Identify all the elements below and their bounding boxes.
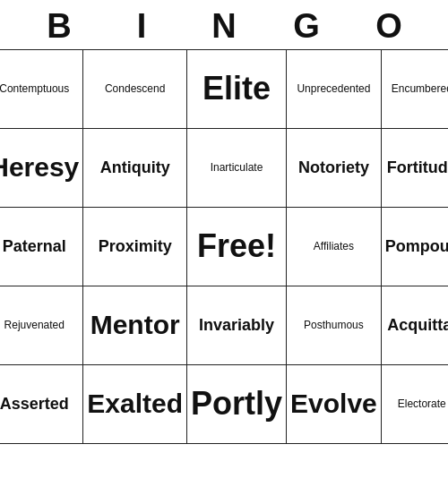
cell-text-0-4: Encumbered bbox=[392, 82, 448, 95]
grid-cell-4-0: Asserted bbox=[0, 364, 83, 443]
grid-cell-1-0: Heresy bbox=[0, 128, 83, 207]
grid-row-3: RejuvenatedMentorInvariablyPosthumousAcq… bbox=[0, 286, 448, 364]
cell-text-2-0: Paternal bbox=[3, 237, 66, 255]
bingo-grid: ContemptuousCondescendEliteUnprecedented… bbox=[0, 49, 448, 444]
grid-row-4: AssertedExaltedPortlyEvolveElectorate bbox=[0, 364, 448, 443]
bingo-header: BINGO bbox=[18, 0, 430, 49]
cell-text-1-4: Fortitude bbox=[387, 158, 448, 176]
cell-text-3-0: Rejuvenated bbox=[4, 319, 65, 331]
cell-text-3-4: Acquittal bbox=[387, 316, 448, 334]
grid-cell-3-3: Posthumous bbox=[287, 286, 382, 364]
cell-text-4-3: Evolve bbox=[290, 389, 377, 418]
header-letter-n: N bbox=[185, 7, 263, 46]
cell-text-0-2: Elite bbox=[202, 70, 271, 107]
grid-cell-4-2: Portly bbox=[187, 364, 287, 443]
cell-text-2-1: Proximity bbox=[99, 237, 172, 255]
header-letter-i: I bbox=[102, 7, 181, 46]
cell-text-2-4: Pompous bbox=[385, 237, 448, 255]
header-letter-g: G bbox=[267, 7, 346, 46]
cell-text-4-1: Exalted bbox=[87, 389, 183, 418]
grid-cell-0-2: Elite bbox=[187, 49, 287, 128]
grid-cell-2-2: Free! bbox=[187, 207, 287, 286]
cell-text-2-3: Affiliates bbox=[314, 240, 354, 252]
cell-text-2-2: Free! bbox=[197, 227, 276, 264]
grid-cell-1-3: Notoriety bbox=[287, 128, 382, 207]
grid-cell-1-1: Antiquity bbox=[83, 128, 187, 207]
grid-cell-2-1: Proximity bbox=[83, 207, 187, 286]
header-letter-b: B bbox=[20, 7, 99, 46]
grid-cell-4-4: Electorate bbox=[381, 364, 448, 443]
grid-cell-0-0: Contemptuous bbox=[0, 49, 83, 128]
cell-text-0-3: Unprecedented bbox=[297, 82, 370, 95]
grid-cell-3-1: Mentor bbox=[83, 286, 187, 364]
grid-cell-1-2: Inarticulate bbox=[187, 128, 287, 207]
grid-cell-1-4: Fortitude bbox=[381, 128, 448, 207]
cell-text-3-1: Mentor bbox=[90, 310, 180, 339]
grid-cell-0-3: Unprecedented bbox=[287, 49, 382, 128]
grid-cell-0-1: Condescend bbox=[83, 49, 187, 128]
cell-text-1-0: Heresy bbox=[0, 152, 79, 182]
grid-row-0: ContemptuousCondescendEliteUnprecedented… bbox=[0, 49, 448, 128]
cell-text-1-1: Antiquity bbox=[100, 158, 170, 176]
grid-cell-3-0: Rejuvenated bbox=[0, 286, 83, 364]
grid-cell-4-1: Exalted bbox=[83, 364, 187, 443]
cell-text-4-0: Asserted bbox=[0, 395, 69, 413]
cell-text-1-3: Notoriety bbox=[298, 158, 369, 176]
grid-cell-2-0: Paternal bbox=[0, 207, 83, 286]
grid-cell-2-3: Affiliates bbox=[287, 207, 382, 286]
grid-cell-3-4: Acquittal bbox=[381, 286, 448, 364]
cell-text-3-2: Invariably bbox=[199, 316, 274, 334]
cell-text-4-4: Electorate bbox=[398, 397, 446, 410]
grid-cell-0-4: Encumbered bbox=[381, 49, 448, 128]
grid-cell-4-3: Evolve bbox=[287, 364, 382, 443]
grid-row-1: HeresyAntiquityInarticulateNotorietyFort… bbox=[0, 128, 448, 207]
cell-text-4-2: Portly bbox=[191, 385, 282, 422]
grid-row-2: PaternalProximityFree!AffiliatesPompous bbox=[0, 207, 448, 286]
grid-cell-3-2: Invariably bbox=[187, 286, 287, 364]
cell-text-0-0: Contemptuous bbox=[0, 82, 69, 95]
cell-text-0-1: Condescend bbox=[105, 82, 165, 95]
cell-text-3-3: Posthumous bbox=[304, 319, 364, 331]
header-letter-o: O bbox=[349, 7, 428, 46]
cell-text-1-2: Inarticulate bbox=[211, 161, 263, 174]
grid-cell-2-4: Pompous bbox=[381, 207, 448, 286]
